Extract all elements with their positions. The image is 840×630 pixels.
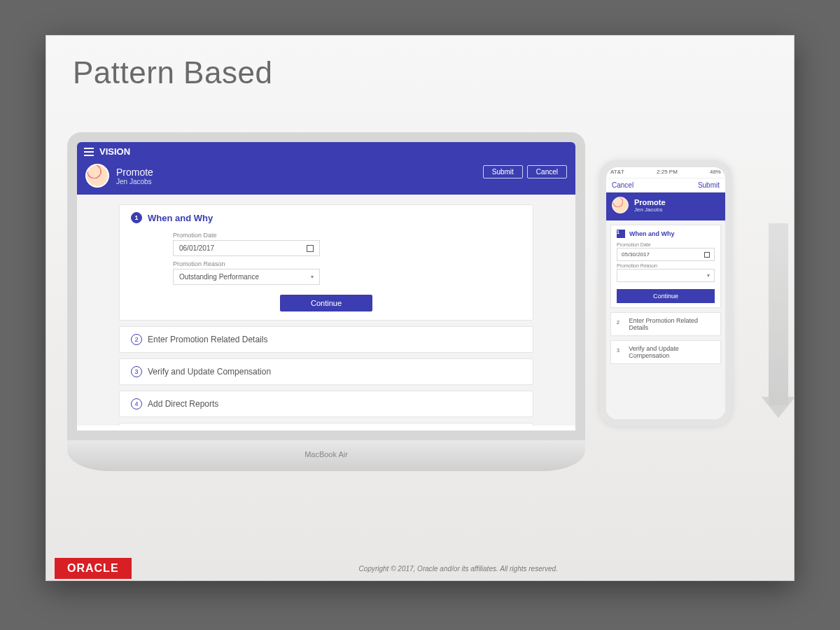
step-title: Enter Promotion Related Details	[629, 317, 715, 331]
page-title: Promote	[116, 167, 153, 178]
promotion-date-input[interactable]: 05/30/2017	[617, 248, 715, 261]
page-title: Promote	[634, 198, 666, 206]
form-canvas-mobile: 1 When and Why Promotion Date 05/30/2017…	[606, 220, 725, 419]
avatar[interactable]	[612, 197, 629, 214]
arrow-down-icon	[769, 223, 788, 405]
date-value: 05/30/2017	[622, 251, 650, 258]
brand-label: VISION	[99, 146, 130, 157]
step-title: Add Direct Reports	[148, 399, 218, 409]
chevron-down-icon: ▾	[311, 274, 314, 280]
reason-value: Outstanding Performance	[179, 273, 259, 281]
slide: Pattern Based ➤ VISION Promote Jen Jacob…	[46, 35, 794, 581]
step-number: 2	[617, 320, 624, 328]
reason-label: Promotion Reason	[617, 263, 715, 268]
promotion-reason-select[interactable]: ▾	[617, 269, 715, 282]
carrier: AT&T	[610, 169, 624, 178]
continue-button[interactable]: Continue	[617, 289, 715, 303]
step-title: When and Why	[629, 230, 675, 237]
menu-icon[interactable]	[84, 148, 94, 156]
status-bar: AT&T 2:25 PM 48%	[606, 167, 725, 178]
step-when-and-why: 1 When and Why Promotion Date 06/01/2017…	[119, 204, 533, 321]
reason-label: Promotion Reason	[173, 260, 522, 267]
stage: VISION Promote Jen Jacobs Submit Cancel	[46, 97, 794, 580]
step-title: Verify and Update Compensation	[148, 367, 271, 377]
header-actions: Submit Cancel	[483, 165, 567, 178]
submit-link[interactable]: Submit	[698, 181, 720, 189]
step-compensation[interactable]: 3 Verify and Update Compensation	[119, 358, 533, 385]
submit-button[interactable]: Submit	[483, 165, 523, 178]
copyright: Copyright © 2017, Oracle and/or its affi…	[132, 565, 785, 573]
date-label: Promotion Date	[617, 242, 715, 247]
date-value: 06/01/2017	[179, 244, 214, 252]
app-header: VISION	[77, 142, 575, 161]
cancel-link[interactable]: Cancel	[612, 181, 634, 189]
continue-button[interactable]: Continue	[280, 295, 372, 312]
step-title: Verify and Update Compensation	[629, 345, 715, 359]
step-comments[interactable]: 5 Add Comments and Attachments	[119, 423, 533, 426]
step-number: 2	[131, 334, 142, 345]
step-number: 4	[131, 398, 142, 410]
step-direct-reports[interactable]: 4 Add Direct Reports	[119, 391, 533, 417]
promotion-reason-select[interactable]: Outstanding Performance ▾	[173, 269, 320, 285]
laptop-screen: VISION Promote Jen Jacobs Submit Cancel	[67, 132, 585, 440]
chevron-down-icon: ▾	[707, 272, 710, 279]
step-promotion-details[interactable]: 2 Enter Promotion Related Details	[119, 326, 533, 353]
step-number: 3	[617, 348, 624, 356]
step-title: When and Why	[148, 213, 213, 223]
nav-bar: Cancel Submit	[606, 178, 725, 192]
phone-mock: AT&T 2:25 PM 48% Cancel Submit Promote J…	[599, 160, 732, 426]
oracle-logo: ORACLE	[55, 558, 132, 579]
step-compensation[interactable]: 3 Verify and Update Compensation	[610, 340, 721, 364]
cancel-button[interactable]: Cancel	[527, 165, 567, 178]
person-name: Jen Jacobs	[634, 206, 666, 213]
promotion-date-input[interactable]: 06/01/2017	[173, 240, 320, 256]
page-header: Promote Jen Jacobs Submit Cancel	[77, 161, 575, 195]
time: 2:25 PM	[657, 169, 678, 178]
date-label: Promotion Date	[173, 232, 522, 239]
form-canvas: 1 When and Why Promotion Date 06/01/2017…	[77, 195, 575, 426]
step-title: Enter Promotion Related Details	[148, 335, 267, 344]
step-number: 3	[131, 366, 142, 377]
footer: ORACLE Copyright © 2017, Oracle and/or i…	[46, 556, 794, 580]
step-number: 1	[131, 212, 142, 223]
slide-title: Pattern Based	[46, 36, 794, 97]
calendar-icon[interactable]	[307, 245, 314, 252]
laptop-base: MacBook Air	[67, 440, 585, 471]
calendar-icon[interactable]	[704, 252, 710, 258]
person-name: Jen Jacobs	[116, 178, 153, 186]
battery: 48%	[710, 169, 721, 178]
page-header-mobile: Promote Jen Jacobs	[606, 192, 725, 220]
laptop-mock: VISION Promote Jen Jacobs Submit Cancel	[67, 132, 585, 471]
step-when-and-why: 1 When and Why Promotion Date 05/30/2017…	[610, 225, 721, 308]
step-number: 1	[617, 230, 625, 238]
step-promotion-details[interactable]: 2 Enter Promotion Related Details	[610, 312, 721, 336]
avatar[interactable]	[85, 164, 109, 188]
